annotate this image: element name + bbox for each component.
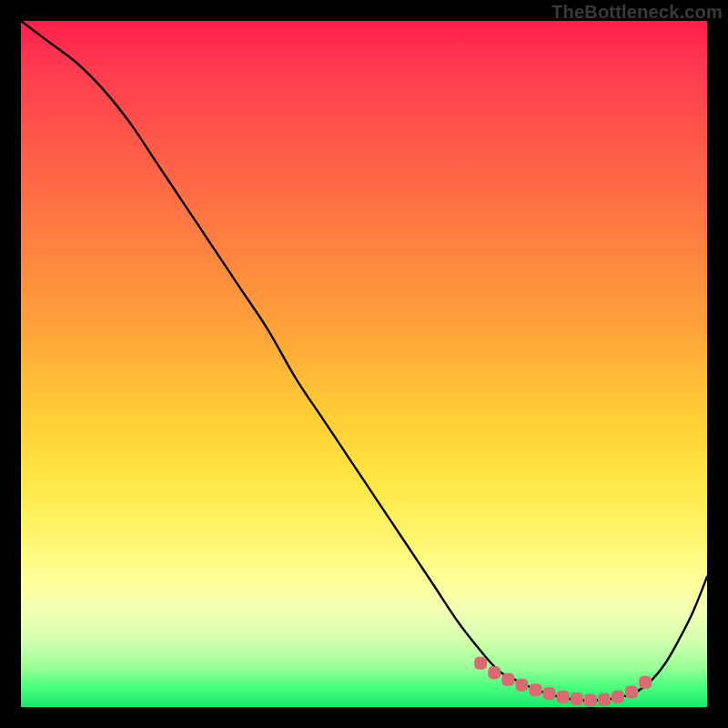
plot-background-gradient <box>21 21 707 707</box>
chart-frame: TheBottleneck.com <box>0 0 728 728</box>
watermark-text: TheBottleneck.com <box>551 2 723 23</box>
